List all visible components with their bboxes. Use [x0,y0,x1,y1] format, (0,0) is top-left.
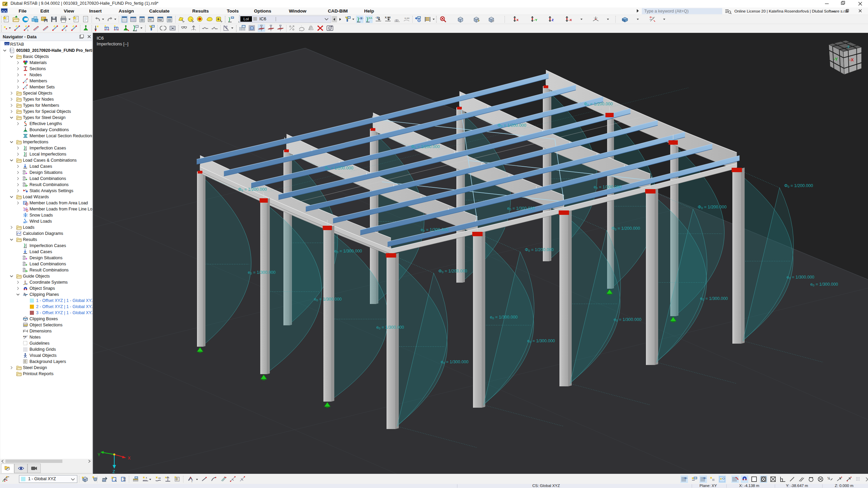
svg-text:>>_: >>_ [149,19,153,21]
svg-text:e0 = 1/300.000: e0 = 1/300.000 [314,297,342,302]
svg-text:IC6: IC6 [97,36,104,41]
svg-text:I: I [65,29,66,32]
svg-text:e0 = 1/300.000: e0 = 1/300.000 [594,185,622,190]
svg-text:x: x [24,329,25,331]
svg-text:-Y: -Y [833,57,838,62]
svg-text:e0 = 1/300.000: e0 = 1/300.000 [490,315,518,320]
svg-text:x.x.x: x.x.x [369,17,373,19]
svg-text:Y: Y [98,452,100,457]
svg-text:X: X [516,18,519,22]
svg-text:e0 = 1/300.000: e0 = 1/300.000 [787,275,814,280]
svg-text:xx: xx [158,477,161,479]
svg-text:X.XX: X.XX [385,16,391,19]
svg-text:½: ½ [827,476,830,480]
svg-text:>sc: >sc [158,19,162,21]
svg-text:Imperfections [--]: Imperfections [--] [97,42,129,46]
svg-text:-Y: -Y [534,18,537,22]
svg-text:e0 = 1/300.000: e0 = 1/300.000 [376,325,404,330]
svg-text:e0 = 1/300.000: e0 = 1/300.000 [614,317,642,322]
svg-text:-X: -X [849,57,854,62]
svg-text:I: I [26,81,26,83]
svg-text:x.xx: x.xx [405,17,410,20]
svg-text:e0 = 1/300.000: e0 = 1/300.000 [248,270,276,275]
svg-text:-X: -X [569,18,572,22]
svg-text:e0 = 1/300.000: e0 = 1/300.000 [441,360,469,365]
svg-text:X: X [128,456,131,461]
svg-text:e0 = 1/300.000: e0 = 1/300.000 [700,296,728,301]
svg-text:I: I [136,28,137,31]
svg-text:e0 = 1/300.000: e0 = 1/300.000 [810,282,838,287]
svg-text:I: I [192,480,192,483]
svg-text:e0 = 1/300.000: e0 = 1/300.000 [334,249,362,254]
svg-text:Z: Z [552,18,554,22]
svg-text:I: I [27,29,28,32]
svg-text:-z: -z [847,45,849,48]
svg-text:x: x [146,476,147,479]
svg-text:e0 = 1/300.000: e0 = 1/300.000 [527,339,555,344]
svg-text:e0 = 1/300.000: e0 = 1/300.000 [507,206,535,211]
svg-text:+: + [25,87,27,90]
svg-text:e0 = 1/300.000: e0 = 1/300.000 [421,227,449,232]
svg-text:Z: Z [113,469,115,474]
